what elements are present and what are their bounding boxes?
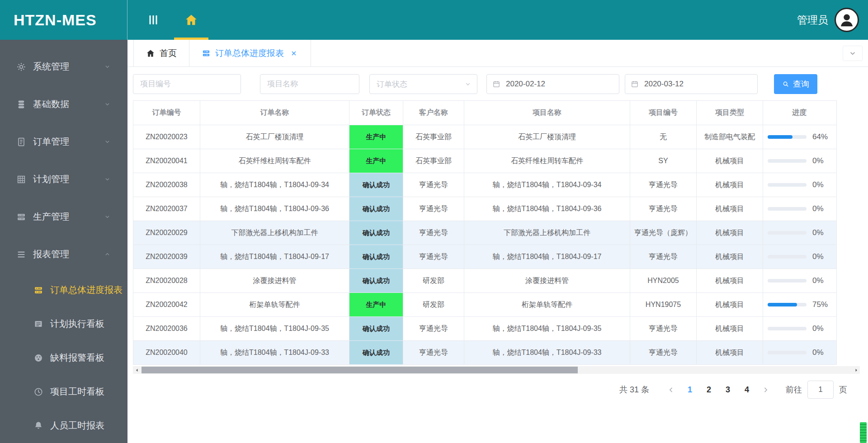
chevron-down-icon xyxy=(104,138,111,145)
cell-customer: 亨通光导 xyxy=(403,341,464,364)
column-header-order_no: 订单编号 xyxy=(133,101,200,125)
project-no-input[interactable] xyxy=(133,74,241,94)
cell-order_no: ZN20020041 xyxy=(133,149,200,173)
status-badge: 确认成功 xyxy=(349,197,403,221)
table-row[interactable]: ZN20020029下部激光器上移机构加工件确认成功亨通光导下部激光器上移机构加… xyxy=(133,221,836,245)
cell-order_name: 涂覆接进料管 xyxy=(200,269,349,292)
cell-project_type: 机械项目 xyxy=(697,221,763,245)
status-badge: 确认成功 xyxy=(349,341,403,364)
table-row[interactable]: ZN20020028涂覆接进料管确认成功研发部涂覆接进料管HYN2005机械项目… xyxy=(133,269,836,293)
goto-page-input[interactable] xyxy=(807,381,834,399)
horizontal-scrollbar[interactable] xyxy=(133,366,860,374)
cell-order_name: 下部激光器上移机构加工件 xyxy=(200,221,349,245)
cell-order_no: ZN20020038 xyxy=(133,173,200,197)
sidebar-item-system[interactable]: 系统管理 xyxy=(0,48,127,85)
progress-label: 75% xyxy=(812,300,828,309)
top-toolbar: 管理员 xyxy=(127,0,868,40)
cell-order_no: ZN20020042 xyxy=(133,293,200,316)
sidebar-item-shortage-alarm-board[interactable]: 缺料报警看板 xyxy=(0,341,127,375)
tab-order-progress-report[interactable]: 订单总体进度报表 xyxy=(189,40,311,66)
pagination: 共 31 条 1234 前往 页 xyxy=(127,381,847,399)
cell-customer: 亨通光导 xyxy=(403,197,464,221)
cell-order_name: 桁架单轨等配件 xyxy=(200,293,349,316)
table-row[interactable]: ZN20020042桁架单轨等配件生产中研发部桁架单轨等配件HYN19075机械… xyxy=(133,293,836,317)
tab-dropdown-button[interactable] xyxy=(843,46,863,61)
table-row[interactable]: ZN20020036轴，烧结T1804轴，T1804J-09-35确认成功亨通光… xyxy=(133,317,836,341)
cell-project_name: 轴，烧结T1804轴，T1804J-09-33 xyxy=(464,341,630,364)
orders-table: 订单编号订单名称订单状态客户名称项目名称项目编号项目类型进度ZN20020023… xyxy=(133,100,837,365)
page-number-3[interactable]: 3 xyxy=(721,385,735,395)
tab-close-button[interactable] xyxy=(289,49,298,58)
progress-label: 0% xyxy=(812,228,824,237)
cell-progress: 0% xyxy=(763,269,835,292)
gear-icon xyxy=(16,62,26,72)
order-status-placeholder: 订单状态 xyxy=(377,79,407,90)
status-badge: 生产中 xyxy=(349,293,403,316)
cell-status: 确认成功 xyxy=(349,221,403,245)
sidebar-item-person-hours-report[interactable]: 人员工时报表 xyxy=(0,409,127,443)
server-icon xyxy=(202,49,211,58)
sidebar-item-plan-exec-board[interactable]: 计划执行看板 xyxy=(0,307,127,341)
top-header: HTZN-MES 管理员 xyxy=(0,0,868,40)
sidebar-item-plan[interactable]: 计划管理 xyxy=(0,160,127,198)
cell-status: 确认成功 xyxy=(349,173,403,197)
scroll-left-button[interactable] xyxy=(133,366,141,374)
prev-page-button[interactable] xyxy=(667,386,675,394)
tab-label: 首页 xyxy=(160,47,177,59)
status-badge: 生产中 xyxy=(349,149,403,173)
page-number-1[interactable]: 1 xyxy=(683,385,697,395)
sidebar-item-project-hours-board[interactable]: 项目工时看板 xyxy=(0,375,127,409)
search-button-label: 查询 xyxy=(793,79,809,90)
date-from-field xyxy=(486,74,619,94)
cell-order_name: 轴，烧结T1804轴，T1804J-09-17 xyxy=(200,245,349,269)
cell-progress: 0% xyxy=(763,341,835,364)
scroll-right-button[interactable] xyxy=(852,366,860,374)
project-name-input[interactable] xyxy=(260,74,359,94)
next-page-button[interactable] xyxy=(762,386,769,394)
app-root: HTZN-MES 管理员 系统管理基础数据订单管理计划管理生产管理报表管理订单总… xyxy=(0,0,868,443)
cell-project_no: 无 xyxy=(630,125,697,149)
progress-bar xyxy=(768,255,807,259)
order-status-select[interactable]: 订单状态 xyxy=(369,74,477,94)
chevron-up-icon xyxy=(104,251,111,258)
progress-fill xyxy=(768,303,797,306)
sidebar-item-order-progress-report[interactable]: 订单总体进度报表 xyxy=(0,273,127,307)
progress-bar xyxy=(768,159,807,163)
sidebar-item-report[interactable]: 报表管理 xyxy=(0,236,127,273)
avatar[interactable] xyxy=(835,8,859,32)
bell-icon xyxy=(33,421,43,431)
date-from-input[interactable] xyxy=(486,74,619,94)
sidebar-collapse-button[interactable] xyxy=(146,13,160,27)
sidebar-item-order[interactable]: 订单管理 xyxy=(0,123,127,160)
user-avatar-icon xyxy=(838,11,855,28)
table-row[interactable]: ZN20020023石英工厂楼顶清理生产中石英事业部石英工厂楼顶清理无制造部电气… xyxy=(133,125,836,149)
scrollbar-thumb[interactable] xyxy=(142,367,578,373)
table-row[interactable]: ZN20020040轴，烧结T1804轴，T1804J-09-33确认成功亨通光… xyxy=(133,341,836,364)
progress-bar xyxy=(768,327,807,330)
table-row[interactable]: ZN20020041石英纤维柱周转车配件生产中石英事业部石英纤维柱周转车配件SY… xyxy=(133,149,836,173)
chevron-down-icon xyxy=(464,80,472,88)
cell-order_no: ZN20020028 xyxy=(133,269,200,292)
table-row[interactable]: ZN20020039轴，烧结T1804轴，T1804J-09-17确认成功亨通光… xyxy=(133,245,836,269)
sidebar-item-production[interactable]: 生产管理 xyxy=(0,198,127,236)
sidebar-item-base-data[interactable]: 基础数据 xyxy=(0,85,127,123)
cell-customer: 研发部 xyxy=(403,293,464,316)
tab-label: 订单总体进度报表 xyxy=(215,47,284,59)
cell-project_type: 机械项目 xyxy=(697,293,763,316)
status-badge: 确认成功 xyxy=(349,173,403,197)
table-row[interactable]: ZN20020037轴，烧结T1804轴，T1804J-09-36确认成功亨通光… xyxy=(133,197,836,221)
cell-status: 生产中 xyxy=(349,293,403,316)
cell-progress: 0% xyxy=(763,317,835,340)
home-button[interactable] xyxy=(184,0,198,40)
chevron-down-icon xyxy=(104,213,111,220)
date-to-input[interactable] xyxy=(625,74,758,94)
page-number-4[interactable]: 4 xyxy=(740,385,754,395)
table-row[interactable]: ZN20020038轴，烧结T1804轴，T1804J-09-34确认成功亨通光… xyxy=(133,173,836,197)
column-header-project_no: 项目编号 xyxy=(630,101,697,125)
progress-label: 0% xyxy=(812,324,824,333)
cell-customer: 亨通光导 xyxy=(403,173,464,197)
search-button[interactable]: 查询 xyxy=(774,74,817,94)
page-number-2[interactable]: 2 xyxy=(702,385,716,395)
sidebar-item-label: 人员工时报表 xyxy=(50,419,118,432)
tab-home[interactable]: 首页 xyxy=(133,40,189,66)
